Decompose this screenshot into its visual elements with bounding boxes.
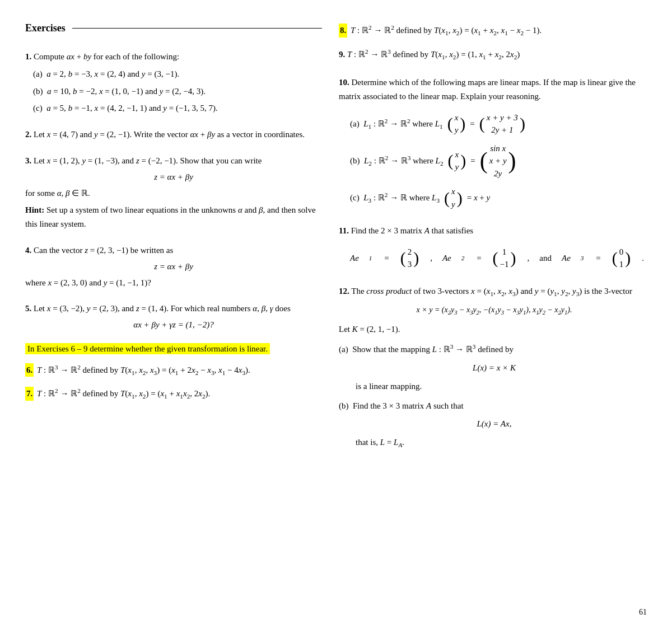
exercise-11-number: 11. (339, 226, 349, 235)
exercises-divider (72, 28, 322, 29)
exercise-1-subs: (a) a = 2, b = −3, x = (2, 4) and y = (3… (33, 67, 322, 115)
exercise-12-cross-formula: x × y = (x2y3 − x3y2, −(x1y3 − x3y1), x1… (339, 303, 650, 317)
exercise-10a-label: (a) L1 : ℝ2 → ℝ2 where L1 (350, 116, 443, 132)
right-column: 8. T : ℝ2 → ℝ2 defined by T(x1, x2) = (x… (339, 22, 650, 462)
exercise-12-that-is: that is, L = LA. (356, 435, 650, 451)
exercise-3-after: for some α, β ∈ ℝ. (25, 186, 322, 200)
exercise-2-text: 2. Let x = (4, 7) and y = (2, −1). Write… (25, 128, 322, 142)
exercise-10-text: 10. Determine which of the following map… (339, 76, 650, 104)
exercise-7: 7. T : ℝ2 → ℝ2 defined by T(x1, x2) = (x… (25, 386, 322, 402)
exercise-12-b-text: (b) Find the 3 × 3 matrix A such that (339, 399, 650, 413)
exercise-1a: (a) a = 2, b = −3, x = (2, 4) and y = (3… (33, 67, 322, 81)
exercise-12-b-formula: L(x) = Ax, (339, 417, 650, 431)
exercise-11-ae1-label: Ae (350, 251, 359, 265)
exercise-10c-input-matrix: ( x y ) (444, 185, 463, 210)
exercise-10a-output-matrix: ( x + y + 3 2y + 1 ) (479, 111, 525, 137)
exercise-10-number: 10. (339, 78, 349, 87)
exercise-2-number: 2. (25, 130, 31, 139)
exercise-10c: (c) L3 : ℝ2 → ℝ where L3 ( x y ) = x + y (350, 185, 650, 210)
exercise-9-text: 9. T : ℝ2 → ℝ3 defined by T(x1, x2) = (1… (339, 46, 650, 63)
exercise-1-text: 1. Compute ax + by for each of the follo… (25, 50, 322, 64)
exercise-6: 6. T : ℝ3 → ℝ2 defined by T(x1, x2, x3) … (25, 362, 322, 378)
exercise-11-text: 11. Find the 2 × 3 matrix A that satisfi… (339, 224, 650, 238)
exercise-10c-equals: = x + y (467, 191, 491, 205)
exercise-12-a-linear: is a linear mapping. (356, 379, 650, 393)
exercise-12-a-formula: L(x) = x × K (339, 361, 650, 375)
exercise-12-text: 12. The cross product of two 3-vectors x… (339, 284, 650, 299)
exercise-12-number: 12. (339, 287, 349, 296)
exercise-3-hint: Hint: Set up a system of two linear equa… (25, 203, 322, 231)
exercise-6-number: 6. (25, 363, 34, 377)
exercise-4-text: 4. Can the vector z = (2, 3, −1) be writ… (25, 243, 322, 257)
exercise-11: 11. Find the 2 × 3 matrix A that satisfi… (339, 224, 650, 271)
exercise-10b-equals: = (470, 154, 475, 168)
exercise-5-number: 5. (25, 304, 31, 313)
exercise-5-display: αx + βy + γz = (1, −2)? (25, 320, 322, 330)
exercise-7-text: 7. T : ℝ2 → ℝ2 defined by T(x1, x2) = (x… (25, 386, 322, 402)
exercise-2: 2. Let x = (4, 7) and y = (2, −1). Write… (25, 128, 322, 142)
exercises-title: Exercises (25, 22, 66, 34)
exercise-6-text: 6. T : ℝ3 → ℝ2 defined by T(x1, x2, x3) … (25, 362, 322, 378)
exercise-1c: (c) a = 5, b = −1, x = (4, 2, −1, 1) and… (33, 101, 322, 115)
exercise-8-number: 8. (339, 24, 347, 38)
exercise-10a-input-matrix: ( x y ) (447, 111, 466, 137)
exercise-9-number: 9. (339, 50, 345, 59)
exercise-4: 4. Can the vector z = (2, 3, −1) be writ… (25, 243, 322, 290)
exercise-10b-output-matrix: ( sin x x + y 2y ) (480, 142, 516, 180)
exercise-3-display: z = αx + βy (25, 172, 322, 182)
left-column: Exercises 1. Compute ax + by for each of… (25, 22, 322, 462)
exercise-11-matrices: Ae1 = ( 2 3 ) , Ae2 = ( 1 −1 (350, 246, 650, 271)
exercise-11-ae2-label: Ae (442, 251, 451, 265)
exercise-3-text: 3. Let x = (1, 2), y = (1, −3), and z = … (25, 154, 322, 168)
exercise-11-ae3-label: Ae (562, 251, 571, 265)
exercise-11-ae3-matrix: ( 0 1 ) (612, 246, 631, 271)
exercise-5-text: 5. Let x = (3, −2), y = (2, 3), and z = … (25, 302, 322, 316)
exercise-9: 9. T : ℝ2 → ℝ3 defined by T(x1, x2) = (1… (339, 46, 650, 63)
exercise-5: 5. Let x = (3, −2), y = (2, 3), and z = … (25, 302, 322, 330)
exercise-4-number: 4. (25, 246, 31, 255)
comma-1: , (430, 251, 432, 265)
exercise-10b-label: (b) L2 : ℝ2 → ℝ3 where L2 (350, 153, 444, 169)
exercises-6-9-intro: In Exercises 6 – 9 determine whether the… (25, 342, 322, 357)
exercise-12-let-k: Let K = (2, 1, −1). (339, 322, 650, 336)
exercise-10: 10. Determine which of the following map… (339, 76, 650, 210)
exercise-10c-label: (c) L3 : ℝ2 → ℝ where L3 (350, 190, 440, 206)
exercises-header: Exercises (25, 22, 322, 34)
exercise-4-display: z = αx + βy (25, 262, 322, 271)
exercise-1: 1. Compute ax + by for each of the follo… (25, 50, 322, 115)
exercise-11-ae2-matrix: ( 1 −1 ) (493, 246, 516, 271)
exercise-1-number: 1. (25, 52, 31, 61)
and-text: and (539, 251, 552, 265)
exercise-3-number: 3. (25, 156, 31, 165)
exercise-7-number: 7. (25, 387, 34, 401)
period-11: . (642, 251, 644, 265)
exercise-4-after: where x = (2, 3, 0) and y = (1, −1, 1)? (25, 276, 322, 290)
exercise-3: 3. Let x = (1, 2), y = (1, −3), and z = … (25, 154, 322, 231)
exercise-10a: (a) L1 : ℝ2 → ℝ2 where L1 ( x y ) = ( x … (350, 111, 650, 137)
exercise-8-text: 8. T : ℝ2 → ℝ2 defined by T(x1, x2) = (x… (339, 22, 650, 39)
exercise-12: 12. The cross product of two 3-vectors x… (339, 284, 650, 451)
exercise-10b: (b) L2 : ℝ2 → ℝ3 where L2 ( x y ) = ( si… (350, 142, 650, 180)
highlight-text: In Exercises 6 – 9 determine whether the… (25, 343, 270, 354)
exercise-8: 8. T : ℝ2 → ℝ2 defined by T(x1, x2) = (x… (339, 22, 650, 39)
exercise-10a-equals: = (470, 117, 474, 131)
exercise-1b: (b) a = 10, b = −2, x = (1, 0, −1) and y… (33, 85, 322, 99)
exercise-11-ae1-matrix: ( 2 3 ) (400, 246, 419, 271)
comma-2: , (528, 251, 530, 265)
exercise-12-a-text: (a) Show that the mapping L : ℝ3 → ℝ3 de… (339, 341, 650, 357)
page-number: 61 (639, 608, 647, 617)
exercise-10b-input-matrix: ( x y ) (448, 148, 466, 174)
